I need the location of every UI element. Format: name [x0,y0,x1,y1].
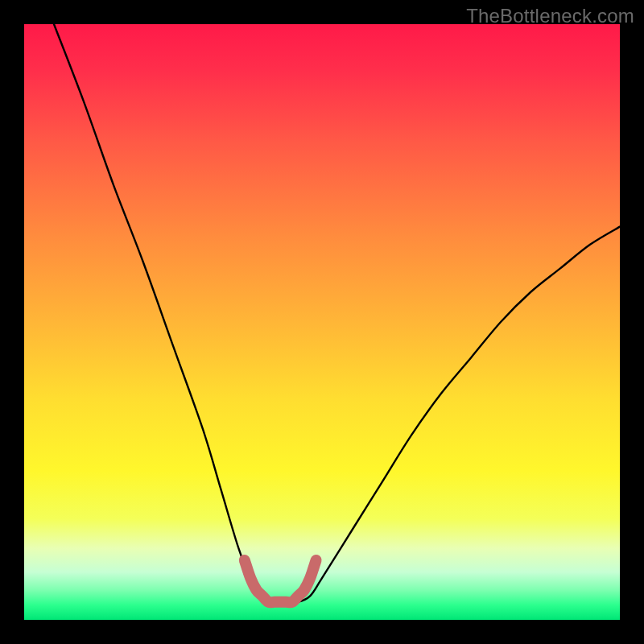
plot-area [24,24,620,620]
watermark-text: TheBottleneck.com [466,5,634,27]
curve-layer [24,24,620,620]
chart-frame: TheBottleneck.com [0,0,644,644]
bottleneck-curve [54,24,620,602]
optimal-marker [245,560,316,602]
